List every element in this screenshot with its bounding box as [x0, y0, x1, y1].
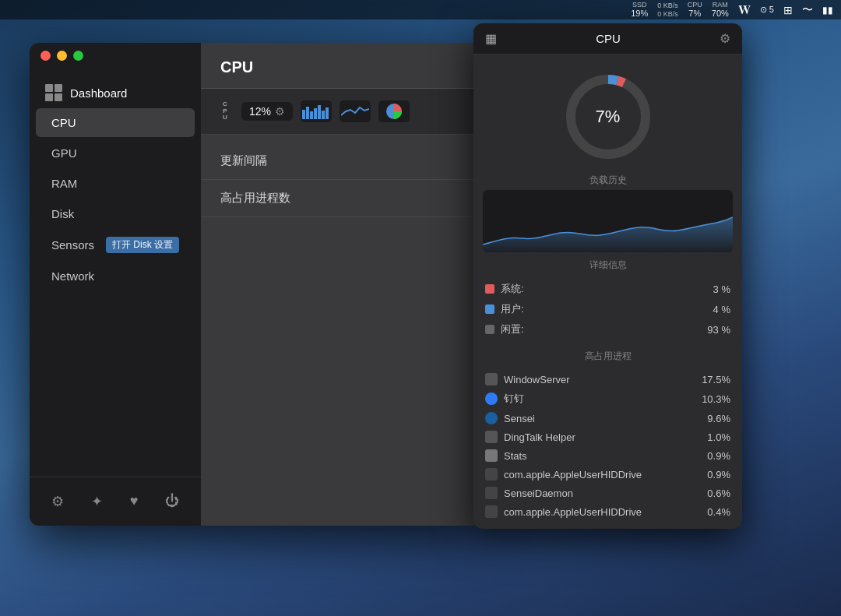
maximize-button[interactable] [73, 51, 83, 61]
power-icon[interactable]: ⏻ [161, 489, 183, 514]
menubar-ssd-label: SSD [632, 1, 647, 9]
sidebar-dashboard-label: Dashboard [70, 86, 127, 100]
menubar-wifi-icon[interactable]: 〜 [802, 3, 813, 17]
menubar-word-icon[interactable]: 𝐖 [738, 3, 751, 17]
history-chart [483, 190, 733, 252]
chart-line-button[interactable] [340, 100, 371, 122]
process-row: com.apple.AppleUserHIDDrive 0.4% [485, 502, 730, 521]
stats-icon [485, 449, 498, 462]
processes-section: WindowServer 17.5% 钉钉 10.3% Sensei 9.6% … [473, 366, 742, 529]
settings-row-processes[interactable]: 高占用进程数 [201, 180, 481, 217]
svg-rect-4 [318, 105, 321, 119]
cpu-settings-icon[interactable]: ⚙ [275, 105, 285, 118]
process-row: Stats 0.9% [485, 446, 730, 465]
sidebar-item-sensors[interactable]: Sensors 打开 Disk 设置 [36, 229, 195, 261]
sidebar-item-dashboard[interactable]: Dashboard [30, 78, 201, 107]
sensei-icon [485, 412, 498, 424]
sidebar-sensors-label: Sensors [51, 238, 94, 252]
menubar-badge: ⊙ 5 [760, 5, 774, 15]
menubar-network: 0 KB/s 0 KB/s [657, 2, 678, 19]
process-value: 0.4% [707, 506, 730, 518]
menubar-cpu-value: 7% [688, 9, 701, 19]
settings-row-interval[interactable]: 更新间隔 [201, 143, 481, 180]
svg-rect-6 [325, 107, 329, 119]
process-value: 0.6% [707, 488, 730, 499]
donut-container: 7% [473, 55, 742, 167]
sensors-badge[interactable]: 打开 Disk 设置 [106, 237, 179, 253]
popup-title: CPU [596, 32, 621, 45]
chart-bar-button[interactable] [301, 100, 332, 122]
close-button[interactable] [40, 51, 51, 61]
content-header: CPU [201, 43, 481, 89]
sidebar-item-ram[interactable]: RAM [36, 169, 195, 198]
sidebar-cpu-label: CPU [51, 116, 76, 129]
interval-label: 更新间隔 [220, 153, 267, 168]
sidebar-bottom: ⚙ ✦ ♥ ⏻ [30, 477, 201, 526]
main-content: CPU C P U 12% ⚙ [201, 43, 481, 526]
user-label: 用户: [501, 302, 524, 316]
processes-label: 高占用进程数 [220, 191, 290, 206]
app-window: Dashboard CPU GPU RAM Disk Sensors 打开 Di… [30, 43, 481, 526]
svg-rect-5 [322, 111, 325, 119]
process-name: Sensei [504, 413, 535, 424]
menubar-cpu: CPU 7% [688, 1, 702, 19]
sidebar-item-gpu[interactable]: GPU [36, 139, 195, 167]
dashboard-icon [45, 84, 62, 101]
settings-icon[interactable]: ⚙ [48, 489, 68, 514]
popup-header: ▦ CPU ⚙ [473, 23, 742, 55]
process-name: DingTalk Helper [504, 431, 575, 443]
cpu-percent-value: 12% [249, 105, 271, 118]
cpu-donut-chart: 7% [561, 70, 655, 164]
process-value: 9.6% [707, 413, 730, 424]
cpu-value-display: 12% ⚙ [241, 102, 293, 121]
menubar-ssd: SSD 19% [631, 1, 648, 19]
minimize-button[interactable] [57, 51, 67, 61]
dingtalk-icon [485, 431, 498, 443]
donut-center-value: 7% [561, 70, 655, 164]
process-row: 钉钉 10.3% [485, 389, 730, 409]
menubar-battery-icon: ▮▮ [822, 5, 833, 16]
idle-value: 93 % [707, 324, 730, 336]
window-controls [40, 51, 83, 61]
svg-rect-3 [314, 108, 317, 119]
svg-rect-1 [306, 107, 309, 119]
process-name: Stats [504, 450, 527, 462]
heart-icon[interactable]: ♥ [126, 489, 143, 514]
popup-gear-icon[interactable]: ⚙ [720, 31, 730, 46]
sidebar-item-cpu[interactable]: CPU [36, 108, 195, 137]
system-label: 系统: [501, 282, 524, 296]
process-row: DingTalk Helper 1.0% [485, 428, 730, 446]
svg-rect-2 [310, 111, 313, 119]
top-processes-title: 高占用进程 [473, 343, 742, 366]
process-value: 10.3% [702, 393, 730, 405]
sidebar-network-label: Network [51, 269, 94, 283]
sidebar-disk-label: Disk [51, 207, 74, 220]
menubar-ram-label: RAM [713, 1, 728, 9]
menubar-net-up: 0 KB/s [657, 2, 678, 10]
system-value: 3 % [713, 283, 730, 295]
settings-list: 更新间隔 高占用进程数 [201, 135, 481, 225]
sidebar-item-disk[interactable]: Disk [36, 199, 195, 228]
bug-icon[interactable]: ✦ [87, 489, 107, 514]
menubar-net-down: 0 KB/s [657, 10, 678, 19]
menubar-ram-value: 70% [712, 9, 729, 19]
apple-hid-icon [485, 468, 498, 480]
popup-chart-icon: ▦ [485, 31, 497, 46]
detail-row-system: 系统: 3 % [485, 279, 730, 299]
sidebar-item-network[interactable]: Network [36, 262, 195, 290]
process-row: SenseiDaemon 0.6% [485, 484, 730, 502]
system-dot [485, 284, 494, 294]
chart-pie-button[interactable] [378, 100, 410, 122]
cpu-donut-percent: 7% [596, 107, 621, 127]
detail-row-idle: 闲置: 93 % [485, 319, 730, 340]
idle-dot [485, 325, 494, 334]
process-name: 钉钉 [504, 392, 524, 406]
process-value: 0.9% [707, 469, 730, 480]
idle-label: 闲置: [501, 322, 524, 336]
user-value: 4 % [713, 304, 730, 315]
menubar-ram: RAM 70% [712, 1, 729, 19]
details-section: 系统: 3 % 用户: 4 % 闲置: 93 % [473, 275, 742, 343]
senseidaemon-icon [485, 487, 498, 499]
cpu-popup: ▦ CPU ⚙ 7% 负载历史 [473, 23, 742, 529]
process-name: SenseiDaemon [504, 488, 573, 499]
